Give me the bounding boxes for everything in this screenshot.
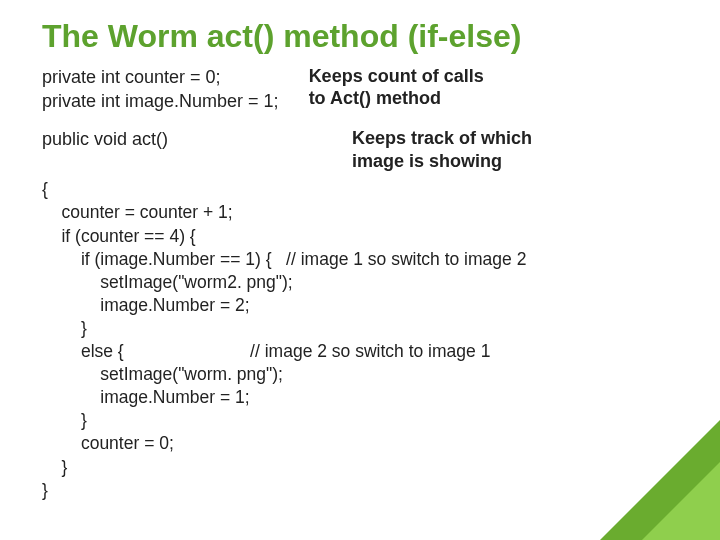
- annot1-line1: Keeps count of calls: [309, 65, 484, 88]
- annotation-image-number: Keeps track of which image is showing: [352, 127, 532, 172]
- annot2-line2: image is showing: [352, 150, 532, 173]
- decl-line-1: private int counter = 0;: [42, 65, 279, 89]
- variable-declarations: private int counter = 0; private int ima…: [42, 65, 279, 114]
- slide-title: The Worm act() method (if-else): [42, 18, 678, 55]
- annot2-line1: Keeps track of which: [352, 127, 532, 150]
- decorative-triangle-inner: [642, 462, 720, 540]
- annotation-counter: Keeps count of calls to Act() method: [309, 65, 484, 110]
- slide: The Worm act() method (if-else) private …: [0, 0, 720, 540]
- decl-line-2: private int image.Number = 1;: [42, 89, 279, 113]
- annot1-line2: to Act() method: [309, 87, 484, 110]
- decl-row: private int counter = 0; private int ima…: [42, 65, 678, 114]
- method-signature: public void act(): [42, 127, 322, 151]
- code-body: { counter = counter + 1; if (counter == …: [42, 178, 678, 501]
- method-row: public void act() Keeps track of which i…: [42, 127, 678, 172]
